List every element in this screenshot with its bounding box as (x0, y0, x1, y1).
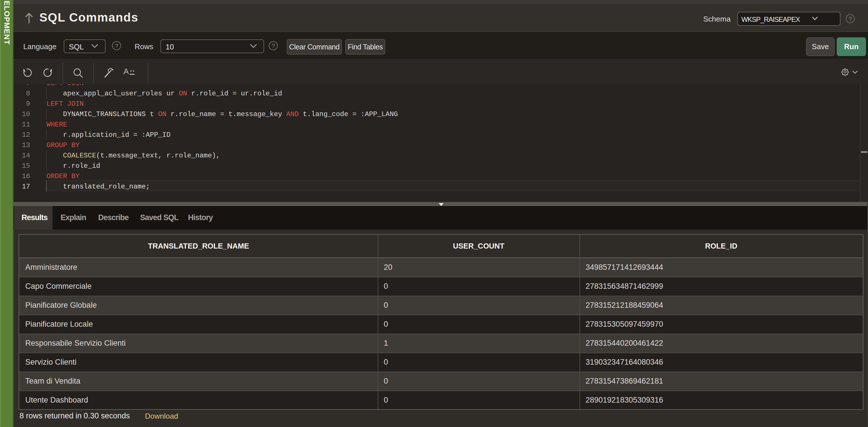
svg-text:?: ? (115, 42, 118, 49)
svg-text:?: ? (848, 16, 852, 22)
svg-text:?: ? (272, 42, 275, 49)
